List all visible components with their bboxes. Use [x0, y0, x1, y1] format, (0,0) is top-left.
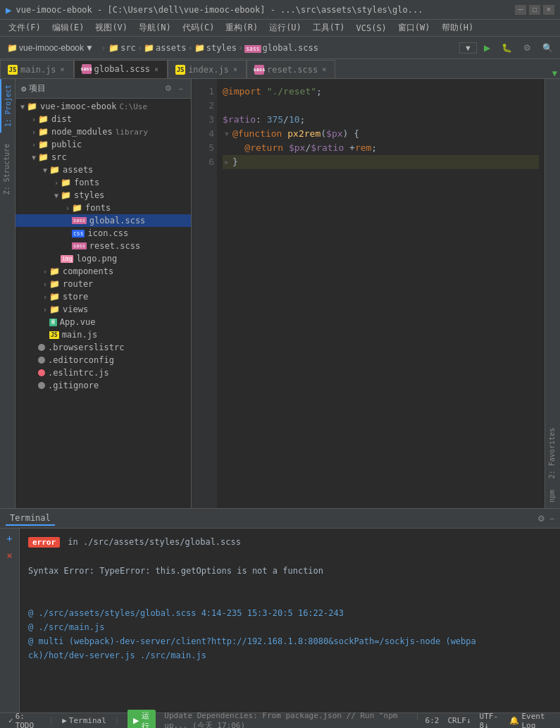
search-toolbar-btn[interactable]: 🔍: [538, 42, 557, 54]
code-editor: 1 2 3 4 5 6 @import "./reset" ;: [192, 79, 545, 508]
tree-router[interactable]: › 📁 router: [15, 278, 191, 290]
fold-btn-4[interactable]: ▼: [223, 130, 231, 138]
project-settings-btn[interactable]: ⚙: [163, 83, 174, 94]
debug-toolbar-btn[interactable]: 🐛: [497, 42, 516, 54]
js-icon-index: JS: [175, 65, 185, 75]
tab-close-index-js[interactable]: ×: [232, 65, 239, 74]
root-arrow: ▼: [18, 103, 27, 111]
tab-close-global-scss[interactable]: ×: [153, 65, 160, 74]
build-toolbar-btn[interactable]: ⚙: [519, 42, 535, 54]
tree-store[interactable]: › 📁 store: [15, 290, 191, 303]
tree-icon-css[interactable]: css icon.css: [15, 227, 191, 240]
status-sep-1: |: [49, 716, 54, 725]
tree-src[interactable]: ▼ 📁 src: [15, 151, 191, 164]
menu-file[interactable]: 文件(F): [3, 20, 46, 35]
breadcrumb-globalscss[interactable]: sassglobal.scss: [244, 43, 318, 53]
tab-reset-scss[interactable]: sass reset.scss ×: [247, 60, 335, 78]
tree-browserslistrc[interactable]: .browserslistrc: [15, 341, 191, 354]
status-right: Update Dependencies: From package.json /…: [164, 711, 554, 729]
status-todo[interactable]: ✓ 6: TODO: [6, 712, 44, 729]
editorconfig-label: .editorconfig: [48, 355, 114, 365]
top-right-indicator: ▼: [552, 68, 557, 78]
tree-logo-png[interactable]: img logo.png: [15, 252, 191, 265]
status-terminal[interactable]: ▶ Terminal: [59, 716, 109, 725]
code-paren-close: ): [343, 127, 349, 141]
project-toggle-btn[interactable]: −: [177, 84, 185, 94]
run-button[interactable]: ▶ 运行: [127, 710, 156, 729]
minimize-button[interactable]: ─: [515, 5, 526, 15]
status-encoding[interactable]: UTF-8↓: [477, 711, 504, 729]
tree-components[interactable]: › 📁 components: [15, 265, 191, 278]
status-position[interactable]: 6:2: [423, 711, 442, 729]
maximize-button[interactable]: □: [529, 5, 540, 15]
error-badge: error: [28, 537, 60, 548]
side-structure-label[interactable]: Z: Structure: [0, 138, 15, 200]
line-num-2: 2: [194, 99, 214, 113]
tree-node-modules[interactable]: › 📁 node_modules library: [15, 125, 191, 138]
tree-gitignore[interactable]: .gitignore: [15, 379, 191, 392]
menu-edit[interactable]: 编辑(E): [46, 20, 90, 35]
menu-code[interactable]: 代码(C): [177, 20, 220, 35]
tab-close-reset-scss[interactable]: ×: [321, 65, 328, 74]
code-line-1: @import "./reset" ;: [223, 85, 539, 99]
tree-fonts[interactable]: › 📁 fonts: [15, 176, 191, 189]
menu-vcs[interactable]: VCS(S): [351, 22, 392, 35]
terminal-settings-btn[interactable]: ⚙: [537, 514, 545, 524]
menu-view[interactable]: 视图(V): [89, 20, 133, 35]
tree-public[interactable]: › 📁 public: [15, 138, 191, 151]
branch-dropdown[interactable]: ▼: [459, 42, 477, 54]
tree-styles-fonts[interactable]: › 📁 fonts: [15, 202, 191, 214]
menu-window[interactable]: 窗口(W): [392, 20, 436, 35]
status-line-ending[interactable]: CRLF↓: [444, 711, 473, 729]
tree-assets[interactable]: ▼ 📁 assets: [15, 164, 191, 176]
tree-global-scss[interactable]: sass global.scss: [15, 214, 191, 227]
tab-main-js[interactable]: JS main.js ×: [0, 60, 74, 78]
run-toolbar-btn[interactable]: ▶: [480, 42, 494, 54]
status-event-log[interactable]: 🔔 Event Log: [506, 711, 554, 729]
tab-global-scss[interactable]: sass global.scss ×: [74, 60, 168, 78]
terminal-content[interactable]: error in ./src/assets/styles/global.scss…: [20, 529, 560, 712]
tree-main-js[interactable]: JS main.js: [15, 328, 191, 341]
logo-png-icon: img: [61, 255, 73, 263]
side-npm-label[interactable]: npm: [545, 484, 560, 508]
tab-index-js[interactable]: JS index.js ×: [168, 60, 247, 78]
side-project-label[interactable]: 1: Project: [0, 79, 15, 132]
terminal-tab[interactable]: Terminal: [6, 512, 55, 526]
terminal-panel: Terminal ⚙ − + × error in ./src/assets/s…: [0, 508, 560, 712]
breadcrumb-styles[interactable]: 📁styles: [194, 43, 237, 53]
terminal-minimize-btn[interactable]: −: [549, 514, 554, 524]
term-blank-1: [28, 550, 552, 563]
store-arrow: ›: [41, 293, 49, 301]
right-side-strip: 2: Favorites npm: [545, 79, 560, 508]
tree-eslintrc[interactable]: .eslintrc.js: [15, 366, 191, 379]
tree-styles[interactable]: ▼ 📁 styles: [15, 189, 191, 202]
reset-scss-label: reset.scss: [89, 241, 140, 251]
tree-views[interactable]: › 📁 views: [15, 303, 191, 316]
breadcrumb-src[interactable]: 📁src: [108, 43, 136, 53]
menu-run[interactable]: 运行(U): [263, 20, 307, 35]
status-run[interactable]: ▶ 运行: [125, 710, 158, 729]
tree-editorconfig[interactable]: .editorconfig: [15, 354, 191, 366]
menu-navigate[interactable]: 导航(N): [133, 20, 177, 35]
run-play-icon: ▶: [133, 716, 139, 725]
root-folder-icon: 📁: [27, 101, 37, 111]
code-string-1: "./reset": [267, 85, 316, 99]
side-favorites-label[interactable]: 2: Favorites: [545, 422, 560, 484]
breadcrumb-assets[interactable]: 📁assets: [144, 43, 186, 53]
close-button[interactable]: ×: [543, 5, 554, 15]
code-line-3: $ratio : 375 / 10 ;: [223, 113, 539, 127]
tab-close-main-js[interactable]: ×: [59, 65, 66, 74]
project-dropdown-btn[interactable]: 📁 vue-imooc-ebook ▼: [3, 42, 98, 54]
fold-btn-6[interactable]: ▶: [223, 158, 231, 166]
tree-reset-scss[interactable]: sass reset.scss: [15, 240, 191, 252]
menu-tools[interactable]: 工具(T): [307, 20, 351, 35]
code-lines[interactable]: @import "./reset" ; $ratio : 375 / 10 ;: [217, 79, 545, 508]
term-path-1: @ ./src/assets/styles/global.scss 4:14-2…: [28, 608, 344, 618]
term-add-btn[interactable]: +: [3, 531, 17, 545]
tree-root[interactable]: ▼ 📁 vue-imooc-ebook C:\Use: [15, 100, 191, 113]
term-close-btn[interactable]: ×: [3, 548, 17, 562]
tree-app-vue[interactable]: H App.vue: [15, 316, 191, 328]
menu-help[interactable]: 帮助(H): [436, 20, 480, 35]
tree-dist[interactable]: › 📁 dist: [15, 113, 191, 125]
menu-refactor[interactable]: 重构(R): [220, 20, 263, 35]
